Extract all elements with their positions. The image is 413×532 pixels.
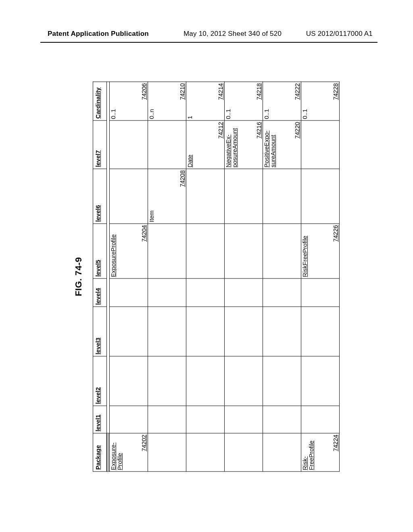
cell-value: RiskFreeProfile (302, 224, 308, 277)
header-rule (40, 42, 378, 43)
cell-ref: 74208 (179, 170, 186, 187)
col-level4: level4 (93, 278, 107, 307)
cell-ref: 74206 (140, 83, 147, 100)
pub-number: US 2012/0117000 A1 (306, 30, 373, 38)
cell-ref: 74220 (294, 122, 300, 139)
hierarchy-table: Package level1 level2 level3 level4 leve… (93, 81, 340, 472)
cell-ref: 74210 (179, 83, 186, 100)
cell-value: Risk-FreeProfile (302, 434, 315, 470)
cell-ref: 74216 (255, 122, 262, 139)
figure-title: FIG. 74-9 (73, 81, 84, 472)
cell-ref: 74224 (332, 434, 339, 451)
figure: FIG. 74-9 Package level1 level2 level3 l… (73, 81, 340, 472)
table-row: Date74212 174214 (186, 82, 225, 472)
table-row: NegativeEx-posureAmount74216 0..174218 (225, 82, 263, 472)
sheet-info: May 10, 2012 Sheet 340 of 520 (184, 30, 282, 38)
col-level2: level2 (93, 356, 107, 406)
table-row: Item74208 0..n74210 (148, 82, 186, 472)
page: Patent Application Publication May 10, 2… (0, 0, 413, 532)
col-cardinality: Cardinality (93, 82, 107, 121)
cell-value: ExposureProfile (110, 224, 117, 277)
cell-value: 1 (187, 83, 193, 119)
cell-ref: 74218 (255, 83, 262, 100)
cell-ref: 74222 (294, 83, 300, 100)
col-level1: level1 (93, 406, 107, 433)
pub-type: Patent Application Publication (48, 30, 149, 38)
cell-ref: 74226 (332, 225, 339, 242)
cell-value: 0..1 (302, 83, 308, 119)
top-stripe (107, 82, 110, 472)
cell-value: PositiveExpo-sureAmount (263, 121, 276, 167)
cell-value: Exposure-Profile (110, 434, 123, 470)
cell-ref: 74228 (332, 83, 339, 100)
table-row: Exposure-Profile74202 ExposureProfile742… (110, 82, 148, 472)
cell-ref: 74214 (217, 83, 224, 100)
cell-ref: 74202 (140, 434, 147, 451)
cell-value: 0..n (148, 83, 155, 119)
col-level7: level7 (93, 121, 107, 169)
cell-value: 0..1 (263, 83, 270, 119)
cell-value: Item (148, 170, 155, 222)
cell-value: 0..1 (225, 83, 232, 119)
col-package: Package (93, 433, 107, 472)
cell-value: NegativeEx-posureAmount (225, 121, 238, 167)
col-level3: level3 (93, 307, 107, 356)
table-row: Risk-FreeProfile74224 RiskFreeProfile742… (301, 82, 340, 472)
cell-ref: 74204 (140, 225, 147, 242)
col-level5: level5 (93, 224, 107, 278)
cell-value: Date (187, 121, 193, 167)
col-level6: level6 (93, 169, 107, 224)
cell-value: 0..1 (110, 83, 117, 119)
table-header-row: Package level1 level2 level3 level4 leve… (93, 82, 107, 472)
table-row: PositiveExpo-sureAmount74220 0..174222 (263, 82, 301, 472)
cell-ref: 74212 (217, 122, 224, 139)
